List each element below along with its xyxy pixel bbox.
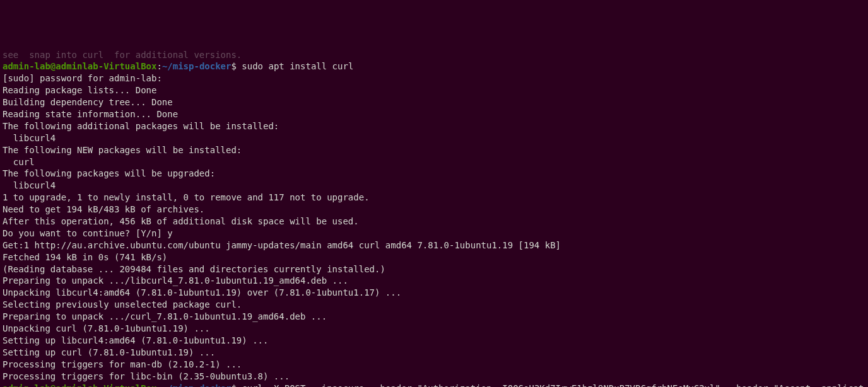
output-line: see snap into curl for additional versio…	[3, 49, 865, 61]
working-dir: ~/misp-docker	[162, 61, 232, 71]
output-line: Building dependency tree... Done	[3, 96, 865, 108]
output-line: The following NEW packages will be insta…	[3, 144, 865, 156]
entered-command: sudo apt install curl	[237, 61, 353, 71]
output-line: Preparing to unpack .../curl_7.81.0-1ubu…	[3, 311, 865, 323]
prompt-line: admin-lab@adminlab-VirtualBox:~/misp-doc…	[3, 61, 865, 72]
working-dir: ~/misp-docker	[162, 383, 232, 388]
user-host: admin-lab@adminlab-VirtualBox	[3, 383, 156, 388]
output-line: curl	[3, 156, 865, 168]
output-line: libcurl4	[3, 180, 865, 192]
output-line: Setting up libcurl4:amd64 (7.81.0-1ubunt…	[3, 335, 865, 347]
output-line: Need to get 194 kB/483 kB of archives.	[3, 204, 865, 216]
user-host: admin-lab@adminlab-VirtualBox	[3, 61, 156, 71]
prompt-dollar: $	[231, 383, 236, 388]
output-line: Reading state information... Done	[3, 108, 865, 120]
prompt-line: admin-lab@adminlab-VirtualBox:~/misp-doc…	[3, 383, 865, 388]
output-line: Preparing to unpack .../libcurl4_7.81.0-…	[3, 275, 865, 287]
prompt-colon: :	[156, 61, 161, 71]
output-line: Unpacking libcurl4:amd64 (7.81.0-1ubuntu…	[3, 287, 865, 299]
output-line: (Reading database ... 209484 files and d…	[3, 263, 865, 275]
output-line: After this operation, 456 kB of addition…	[3, 216, 865, 228]
output-line: Processing triggers for man-db (2.10.2-1…	[3, 359, 865, 371]
output-line: Setting up curl (7.81.0-1ubuntu1.19) ...	[3, 347, 865, 359]
output-line: The following additional packages will b…	[3, 120, 865, 132]
output-line: libcurl4	[3, 132, 865, 144]
output-line: Reading package lists... Done	[3, 84, 865, 96]
prompt-colon: :	[156, 383, 161, 388]
terminal-scrollback[interactable]: see snap into curl for additional versio…	[3, 49, 865, 387]
output-line: 1 to upgrade, 1 to newly install, 0 to r…	[3, 192, 865, 204]
output-line: Unpacking curl (7.81.0-1ubuntu1.19) ...	[3, 323, 865, 335]
output-line: Get:1 http://au.archive.ubuntu.com/ubunt…	[3, 240, 865, 251]
output-line: [sudo] password for admin-lab:	[3, 72, 865, 84]
prompt-dollar: $	[231, 61, 236, 71]
output-line: The following packages will be upgraded:	[3, 168, 865, 180]
output-line: Do you want to continue? [Y/n] y	[3, 228, 865, 240]
output-line: Selecting previously unselected package …	[3, 299, 865, 311]
output-line: Processing triggers for libc-bin (2.35-0…	[3, 371, 865, 383]
output-line: Fetched 194 kB in 0s (741 kB/s)	[3, 251, 865, 263]
